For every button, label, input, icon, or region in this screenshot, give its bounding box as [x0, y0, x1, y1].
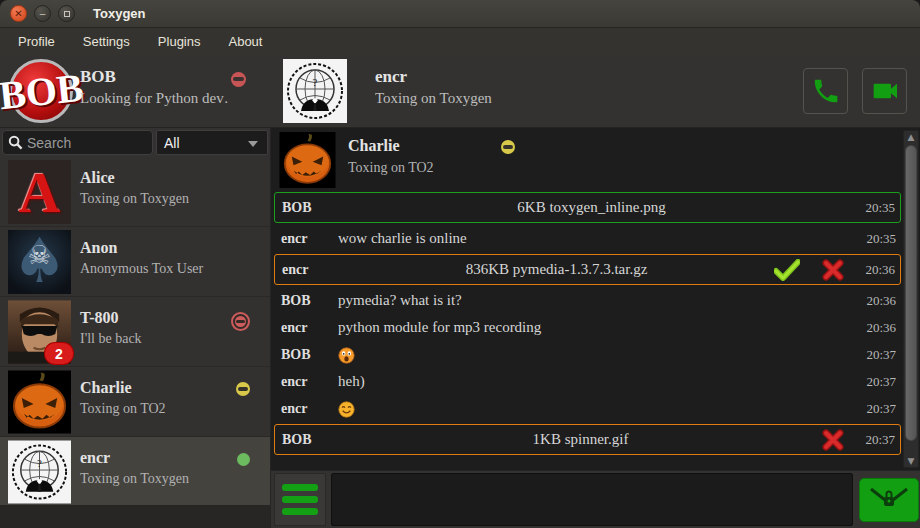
file-actions: [822, 429, 844, 451]
audio-call-button[interactable]: [803, 68, 848, 114]
contact-item-anon[interactable]: ♠☠ Anon Anonymous Tox User: [0, 227, 270, 297]
search-input[interactable]: [27, 135, 137, 151]
self-status-message[interactable]: Looking for Python dev…: [80, 90, 230, 107]
banner-status-message: Toxing on TO2: [348, 160, 434, 176]
message-row: encr wow charlie is online 20:35: [274, 225, 901, 252]
sidebar-bottom-strip: [0, 505, 270, 528]
composer-bar: [271, 470, 920, 528]
menu-bar: ProfileSettingsPluginsAbout: [0, 28, 920, 55]
accept-file-icon[interactable]: [774, 259, 800, 281]
message-author: encr: [274, 320, 338, 336]
message-row: encr 20:37: [274, 395, 901, 422]
self-avatar[interactable]: BOB: [9, 59, 73, 123]
message-time: 20:37: [858, 432, 900, 448]
decline-file-icon[interactable]: [822, 429, 844, 451]
sidebar: All A Alice Toxing on Toxygen ♠☠ Anon An…: [0, 128, 270, 528]
file-transfer-row: encr 836KB pymedia-1.3.7.3.tar.gz 20:36: [274, 254, 901, 285]
message-author: BOB: [275, 200, 339, 216]
message-row: encr python module for mp3 recording 20:…: [274, 314, 901, 341]
contact-status-message: I'll be back: [80, 331, 142, 347]
toxygen-window: ✕ – Toxygen ProfileSettingsPluginsAbout …: [0, 0, 920, 528]
message-time: 20:36: [859, 293, 901, 309]
search-box[interactable]: [2, 130, 153, 155]
contact-avatar: A: [8, 160, 71, 224]
status-away-icon: [236, 382, 250, 396]
contact-name: Charlie: [80, 379, 132, 397]
chat-scrollbar[interactable]: ▲ ▼: [903, 130, 919, 468]
video-camera-icon: [869, 75, 901, 107]
contact-name: Anon: [80, 239, 117, 257]
message-input[interactable]: [331, 473, 853, 526]
peer-status-banner: Charlie Toxing on TO2: [271, 128, 904, 190]
scroll-up-arrow[interactable]: ▲: [904, 132, 918, 142]
svg-text:?: ?: [313, 76, 318, 88]
message-time: 20:37: [859, 401, 901, 417]
spade-skull-avatar: ♠☠: [8, 230, 71, 294]
message-author: BOB: [274, 347, 338, 363]
search-icon: [8, 135, 23, 150]
message-author: encr: [275, 262, 339, 278]
send-button[interactable]: [859, 478, 919, 522]
contact-filter-value: All: [164, 135, 180, 151]
attachment-menu-button[interactable]: [274, 473, 326, 526]
encrypted-send-icon: [868, 485, 910, 515]
menu-item-profile[interactable]: Profile: [4, 30, 69, 53]
status-online-icon: [237, 453, 250, 466]
banner-status-icon: [501, 140, 515, 154]
close-button[interactable]: ✕: [10, 5, 27, 22]
self-name[interactable]: BOB: [80, 67, 230, 87]
pumpkin-avatar: [8, 370, 71, 434]
svg-text:?: ?: [37, 457, 42, 469]
shocked-emoji: [338, 347, 355, 364]
contact-item-t-800[interactable]: T-800 I'll be back 2: [0, 297, 270, 367]
peer-name: encr: [375, 67, 492, 87]
contact-status-icon: [237, 452, 250, 470]
phone-icon: [811, 76, 841, 106]
message-time: 20:35: [858, 200, 900, 216]
self-status-icon[interactable]: [231, 72, 246, 87]
chevron-down-icon: [248, 141, 258, 147]
video-call-button[interactable]: [862, 68, 907, 114]
message-text: 1KB spinner.gif: [339, 431, 822, 448]
message-author: BOB: [274, 293, 338, 309]
contact-list: A Alice Toxing on Toxygen ♠☠ Anon Anonym…: [0, 157, 270, 505]
contact-status-message: Toxing on Toxygen: [80, 471, 189, 487]
smile-emoji: [338, 401, 355, 418]
message-author: BOB: [275, 432, 339, 448]
message-time: 20:37: [859, 347, 901, 363]
message-text: 6KB toxygen_inline.png: [339, 199, 844, 216]
self-profile-card[interactable]: BOB BOB Looking for Python dev…: [0, 55, 270, 128]
message-text: [338, 345, 859, 363]
contact-item-encr[interactable]: ? encr Toxing on Toxygen: [0, 437, 270, 505]
contact-status-message: Anonymous Tox User: [80, 261, 203, 277]
menu-item-about[interactable]: About: [214, 30, 276, 53]
message-text: 836KB pymedia-1.3.7.3.tar.gz: [339, 261, 774, 278]
peer-avatar: ?: [283, 58, 347, 124]
contact-item-charlie[interactable]: Charlie Toxing on TO2: [0, 367, 270, 437]
title-bar: ✕ – Toxygen: [0, 0, 920, 28]
anonymous-logo-avatar: ?: [283, 58, 347, 124]
peer-status-message: Toxing on Toxygen: [375, 90, 492, 107]
contact-avatar: [8, 370, 71, 434]
menu-item-plugins[interactable]: Plugins: [144, 30, 215, 53]
message-row: BOB pymedia? what is it? 20:36: [274, 287, 901, 314]
minimize-button[interactable]: –: [34, 5, 51, 22]
file-transfer-row: BOB 6KB toxygen_inline.png 20:35: [274, 192, 901, 223]
maximize-button[interactable]: [58, 5, 75, 22]
scroll-down-arrow[interactable]: ▼: [904, 456, 918, 466]
message-text: pymedia? what is it?: [338, 292, 859, 309]
scrollbar-thumb[interactable]: [905, 145, 917, 441]
contact-name: Alice: [80, 169, 115, 187]
contact-avatar: ♠☠: [8, 230, 71, 294]
contact-name: encr: [80, 449, 110, 467]
header-row: BOB BOB Looking for Python dev… ? encr T…: [0, 55, 920, 128]
anonymous-logo-avatar: ?: [8, 440, 71, 504]
hamburger-icon: [282, 484, 318, 491]
chat-pane: Charlie Toxing on TO2 BOB 6KB toxygen_in…: [270, 128, 920, 528]
decline-file-icon[interactable]: [822, 259, 844, 281]
status-busy-ring-icon: [231, 312, 250, 331]
menu-item-settings[interactable]: Settings: [69, 30, 144, 53]
contact-filter-dropdown[interactable]: All: [156, 130, 268, 155]
message-time: 20:35: [859, 231, 901, 247]
contact-item-alice[interactable]: A Alice Toxing on Toxygen: [0, 157, 270, 227]
